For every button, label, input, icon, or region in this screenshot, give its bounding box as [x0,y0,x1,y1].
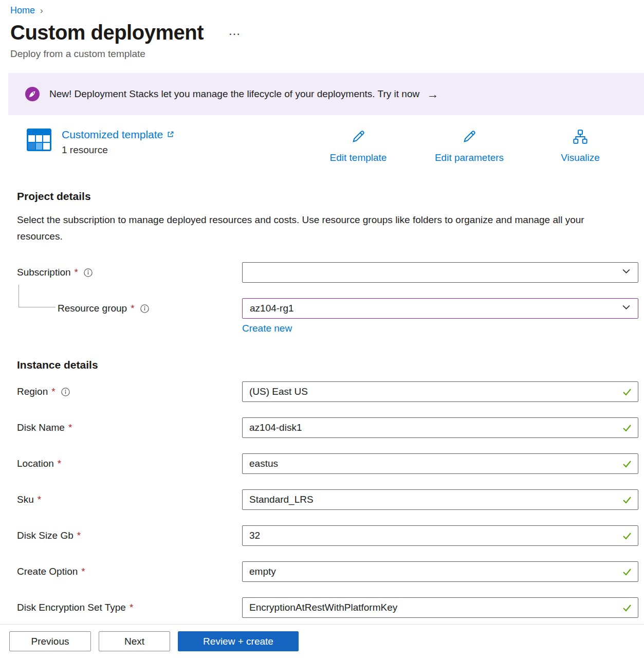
required-asterisk: * [130,602,133,613]
page-subtitle: Deploy from a custom template [10,48,644,60]
disk-name-input[interactable] [242,417,638,438]
custom-deployment-page: Home › Custom deployment … Deploy from a… [0,0,644,658]
next-button[interactable]: Next [99,631,170,651]
pencil-icon [350,129,366,148]
template-resource-count: 1 resource [62,144,174,156]
valid-check-icon [622,387,632,397]
sku-input[interactable] [242,489,638,510]
disk-size-gb-row: Disk Size Gb * [17,525,638,546]
more-options-button[interactable]: … [228,24,242,38]
edit-template-button[interactable]: Edit template [303,129,414,163]
disk-encryption-set-type-label: Disk Encryption Set Type * [17,602,242,613]
create-new-row: Create new [242,323,644,334]
sku-row: Sku * [17,489,638,510]
info-icon[interactable] [61,388,70,396]
template-actions: Edit template Edit parameters [303,129,636,163]
valid-check-icon [622,495,632,505]
breadcrumb-home-link[interactable]: Home [10,5,35,16]
location-input[interactable] [242,453,638,474]
required-asterisk: * [77,530,81,541]
project-details-description: Select the subscription to manage deploy… [17,212,608,245]
region-label: Region * [17,386,242,397]
location-label-text: Location [17,458,54,469]
required-asterisk: * [68,422,72,433]
disk-encryption-set-type-label-text: Disk Encryption Set Type [17,602,126,613]
deployment-stacks-banner[interactable]: New! Deployment Stacks let you manage th… [8,73,644,115]
template-icon [27,129,51,151]
template-link-label: Customized template [62,129,163,141]
disk-encryption-set-type-row: Disk Encryption Set Type * [17,597,638,618]
location-control [242,453,638,474]
valid-check-icon [622,566,632,577]
visualize-button[interactable]: Visualize [525,129,636,163]
rocket-icon [25,86,40,102]
disk-encryption-set-type-input[interactable] [242,597,638,618]
project-details-heading: Project details [17,190,644,203]
disk-name-row: Disk Name * [17,417,638,438]
required-asterisk: * [58,458,61,469]
resource-group-dropdown[interactable]: az104-rg1 [242,298,638,319]
location-row: Location * [17,453,638,474]
edit-parameters-label: Edit parameters [435,152,504,163]
create-option-row: Create Option * [17,561,638,582]
create-new-link[interactable]: Create new [242,323,292,334]
title-row: Custom deployment … [10,21,644,44]
create-option-label-text: Create Option [17,566,78,577]
region-row: Region * [17,381,638,402]
footer-bar: Previous Next Review + create [0,624,644,658]
info-icon[interactable] [84,268,93,277]
valid-check-icon [622,602,632,613]
arrow-right-icon: → [427,87,438,101]
valid-check-icon [622,531,632,541]
subscription-label: Subscription * [17,267,242,278]
disk-size-gb-control [242,525,638,546]
required-asterisk: * [38,494,41,505]
sku-label: Sku * [17,494,242,505]
subscription-control [242,262,638,283]
disk-size-gb-label-text: Disk Size Gb [17,530,73,541]
review-create-button[interactable]: Review + create [178,631,299,651]
sku-control [242,489,638,510]
external-link-icon [167,129,174,141]
page-title: Custom deployment [10,21,204,44]
resource-group-label-text: Resource group [58,303,127,314]
chevron-down-icon [622,267,631,278]
disk-encryption-set-type-control [242,597,638,618]
previous-button[interactable]: Previous [9,631,91,651]
resource-group-value: az104-rg1 [250,303,294,314]
subscription-dropdown[interactable] [242,262,638,283]
valid-check-icon [622,423,632,433]
visualize-label: Visualize [561,152,600,163]
edit-parameters-button[interactable]: Edit parameters [414,129,525,163]
customized-template-link[interactable]: Customized template [62,129,174,141]
location-label: Location * [17,458,242,469]
required-asterisk: * [75,267,78,278]
required-asterisk: * [131,303,134,314]
disk-name-label: Disk Name * [17,422,242,433]
disk-size-gb-label: Disk Size Gb * [17,530,242,541]
breadcrumb: Home › [0,0,644,16]
edit-template-label: Edit template [330,152,387,163]
required-asterisk: * [81,566,85,577]
create-option-label: Create Option * [17,566,242,577]
disk-name-label-text: Disk Name [17,422,65,433]
create-option-input[interactable] [242,561,638,582]
visualize-icon [572,129,588,148]
resource-group-row: Resource group * az104-rg1 [17,298,638,319]
banner-text: New! Deployment Stacks let you manage th… [49,88,419,100]
disk-size-gb-input[interactable] [242,525,638,546]
template-info: Customized template 1 resource [62,129,174,156]
region-control [242,381,638,402]
subscription-label-text: Subscription [17,267,71,278]
create-option-control [242,561,638,582]
valid-check-icon [622,459,632,469]
region-input[interactable] [242,381,638,402]
instance-details-heading: Instance details [17,359,644,371]
region-label-text: Region [17,386,48,397]
breadcrumb-separator: › [40,6,43,16]
disk-name-control [242,417,638,438]
tree-connector [19,285,56,307]
sku-label-text: Sku [17,494,34,505]
subscription-row: Subscription * [17,262,638,283]
info-icon[interactable] [140,304,149,313]
